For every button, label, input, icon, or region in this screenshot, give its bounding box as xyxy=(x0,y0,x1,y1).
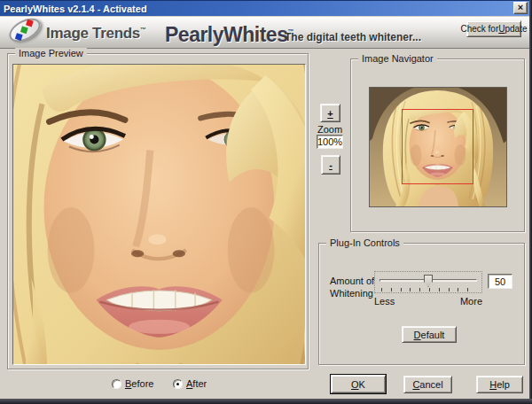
ok-button[interactable]: OK xyxy=(331,375,386,393)
titlebar[interactable]: PearlyWhites v2.1.4 - Activated xyxy=(0,0,529,16)
close-icon: × xyxy=(518,2,523,12)
zoom-label: Zoom xyxy=(314,124,346,135)
cancel-button[interactable]: Cancel xyxy=(403,376,452,393)
whitening-slider[interactable] xyxy=(374,271,482,293)
check-for-update-button[interactable]: Check for Update xyxy=(466,20,521,37)
logo-diamond-blue xyxy=(15,33,23,41)
before-radio-circle[interactable] xyxy=(112,379,121,389)
navigator-thumbnail[interactable] xyxy=(369,87,507,207)
after-radio-circle[interactable] xyxy=(173,379,183,389)
default-button[interactable]: Default xyxy=(402,326,457,343)
header: Image Trends™ PearlyWhites™ The digital … xyxy=(0,17,529,49)
tagline: The digital teeth whitener... xyxy=(285,31,421,43)
less-label: Less xyxy=(374,296,395,307)
imagetrends-logo xyxy=(5,13,44,46)
image-navigator-label: Image Navigator xyxy=(358,53,437,64)
app-window: PearlyWhites v2.1.4 - Activated × Image … xyxy=(0,0,532,404)
after-radio-dot xyxy=(176,383,179,385)
slider-endpoint-labels: Less More xyxy=(374,296,482,307)
logo-tm: ™ xyxy=(140,27,146,33)
before-radio-label: Before xyxy=(125,378,153,389)
slider-thumb[interactable] xyxy=(424,275,433,287)
close-button[interactable]: × xyxy=(513,2,528,14)
image-preview-label: Image Preview xyxy=(15,48,87,58)
more-label: More xyxy=(460,296,482,307)
plugin-controls-label: Plug-In Controls xyxy=(326,237,403,248)
whitening-value-input[interactable]: 50 xyxy=(488,274,512,289)
help-button[interactable]: Help xyxy=(476,376,523,393)
preview-image[interactable] xyxy=(12,64,306,365)
product-title: PearlyWhites™ xyxy=(165,23,293,47)
window-bottom-edge xyxy=(0,399,532,404)
before-radio[interactable]: Before xyxy=(112,378,153,389)
after-radio[interactable]: After xyxy=(173,378,207,389)
slider-ticks xyxy=(381,288,475,291)
image-navigator-group: Image Navigator xyxy=(350,58,525,232)
image-preview-group: Image Preview xyxy=(7,53,309,369)
window-title: PearlyWhites v2.1.4 - Activated xyxy=(4,4,147,14)
zoom-in-button[interactable]: + xyxy=(320,104,340,122)
after-radio-label: After xyxy=(186,378,207,389)
logo-text: Image Trends™ xyxy=(46,25,146,43)
plugin-controls-group: Plug-In Controls Amount of Whitening Les… xyxy=(318,243,525,365)
logo-diamond-red xyxy=(26,19,34,27)
zoom-value-field[interactable]: 100% xyxy=(317,135,343,149)
navigator-viewport-rect[interactable] xyxy=(402,109,473,184)
zoom-out-button[interactable]: - xyxy=(321,155,340,175)
logo-diamond-green xyxy=(20,26,28,34)
